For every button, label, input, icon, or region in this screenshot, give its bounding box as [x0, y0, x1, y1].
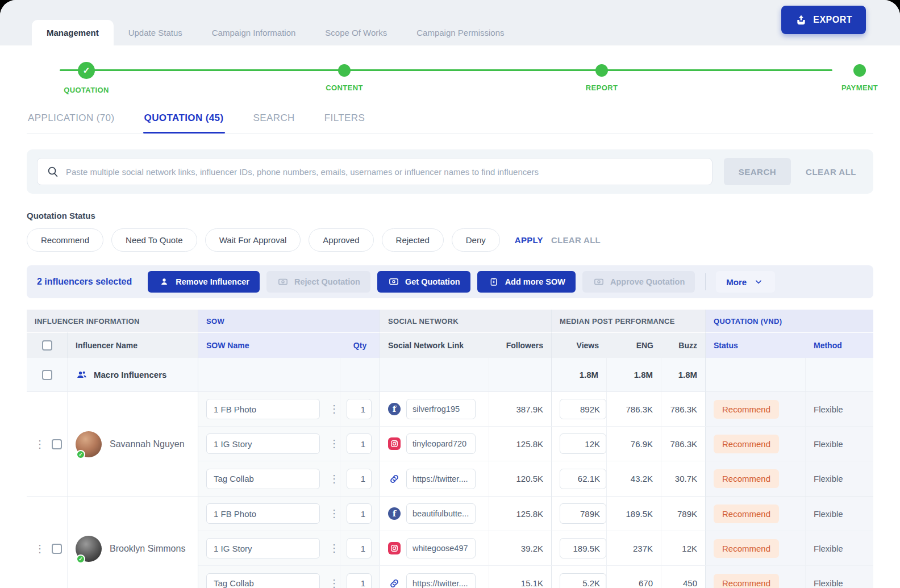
sow-name-input[interactable]: [206, 433, 320, 454]
sow-row: ⋮ f 125.8K 189.5K 789K Recommend Flexibl…: [198, 497, 873, 531]
sow-name-input[interactable]: [206, 538, 320, 558]
qty-input[interactable]: [347, 469, 372, 489]
qty-input[interactable]: [347, 433, 372, 454]
qty-input[interactable]: [347, 503, 372, 524]
tab-campaign-information[interactable]: Campaign Information: [197, 20, 311, 45]
col-eng[interactable]: ENG: [607, 332, 661, 358]
step-label: PAYMENT: [841, 84, 878, 92]
instagram-icon: [388, 542, 401, 554]
col-influencer-name[interactable]: Influencer Name: [68, 332, 198, 358]
views-input[interactable]: [560, 503, 606, 524]
chip-rejected[interactable]: Rejected: [382, 228, 444, 252]
remove-influencer-button[interactable]: Remove Influencer: [148, 271, 260, 293]
group-quotation-vnd: QUOTATION (VND): [706, 310, 873, 332]
sow-kebab-icon[interactable]: ⋮: [328, 541, 340, 556]
sow-row: ⋮ f 387.9K 786.3K 786.3K Recommend Flexi…: [198, 392, 873, 427]
sow-kebab-icon[interactable]: ⋮: [328, 506, 340, 521]
clear-all-button[interactable]: CLEAR ALL: [806, 167, 856, 177]
views-input[interactable]: [560, 573, 606, 588]
link-icon: [388, 577, 401, 588]
chip-deny[interactable]: Deny: [452, 228, 500, 252]
buzz-value: 786.3K: [661, 427, 706, 461]
chip-recommend[interactable]: Recommend: [27, 228, 103, 252]
social-link-input[interactable]: [406, 503, 476, 524]
col-sow-name[interactable]: SOW Name: [198, 332, 340, 358]
sow-kebab-icon[interactable]: ⋮: [328, 472, 340, 486]
row-kebab-icon[interactable]: ⋮: [34, 541, 46, 556]
sow-kebab-icon[interactable]: ⋮: [328, 576, 340, 588]
tab-filters[interactable]: FILTERS: [323, 107, 366, 133]
social-link-input[interactable]: [406, 573, 476, 588]
facebook-icon: f: [388, 507, 401, 520]
selected-count-text: 2 influencers selected: [37, 277, 132, 287]
method-value: Flexible: [806, 392, 873, 426]
row-checkbox[interactable]: [52, 544, 62, 554]
row-kebab-icon[interactable]: ⋮: [34, 437, 46, 452]
sow-kebab-icon[interactable]: ⋮: [328, 436, 340, 451]
sow-name-input[interactable]: [206, 399, 320, 419]
social-link-input[interactable]: [406, 399, 476, 419]
influencer-name: Brooklyn Simmons: [110, 544, 185, 554]
views-input[interactable]: [560, 399, 606, 419]
search-input[interactable]: [66, 167, 703, 177]
tab-scope-of-works[interactable]: Scope Of Works: [310, 20, 402, 45]
export-button[interactable]: EXPORT: [781, 6, 866, 34]
apply-button[interactable]: APPLY: [515, 235, 543, 245]
bulk-action-bar: 2 influencers selected Remove Influencer…: [27, 265, 873, 298]
social-link-input[interactable]: [406, 469, 476, 489]
filters-clear-all-button[interactable]: CLEAR ALL: [551, 235, 601, 245]
tab-update-status[interactable]: Update Status: [114, 20, 197, 45]
stepper-line: [60, 69, 832, 71]
more-button[interactable]: More: [716, 271, 775, 293]
group-buzz: 1.8M: [661, 358, 706, 391]
facebook-icon: f: [388, 403, 401, 415]
step-dot-icon: [853, 64, 866, 77]
chip-approved[interactable]: Approved: [309, 228, 373, 252]
views-input[interactable]: [560, 469, 606, 489]
select-all-checkbox[interactable]: [42, 340, 52, 351]
step-label: CONTENT: [326, 84, 363, 92]
col-social-network-link[interactable]: Social Network Link: [380, 332, 489, 358]
social-link-input[interactable]: [406, 538, 476, 558]
get-quotation-button[interactable]: Get Quotation: [377, 271, 470, 293]
chip-need-to-quote[interactable]: Need To Quote: [111, 228, 197, 252]
social-link-input[interactable]: [406, 433, 476, 454]
views-input[interactable]: [560, 433, 606, 454]
col-buzz[interactable]: Buzz: [661, 332, 706, 358]
group-checkbox[interactable]: [42, 370, 52, 380]
step-label: QUOTATION: [64, 86, 109, 94]
add-more-sow-label: Add more SOW: [505, 277, 565, 286]
tab-search[interactable]: SEARCH: [252, 107, 296, 133]
col-method[interactable]: Method: [806, 332, 873, 358]
tab-application[interactable]: APPLICATION (70): [27, 107, 116, 133]
verified-badge-icon: ✓: [76, 450, 85, 459]
add-more-sow-button[interactable]: Add more SOW: [477, 271, 576, 293]
group-label: Macro Influencers: [94, 370, 166, 380]
views-input[interactable]: [560, 538, 606, 558]
tab-management[interactable]: Management: [32, 20, 114, 45]
sow-name-input[interactable]: [206, 469, 320, 489]
sow-name-input[interactable]: [206, 573, 320, 588]
col-qty[interactable]: Qty: [340, 332, 380, 358]
progress-stepper: ✓ QUOTATION CONTENT REPORT PAYMENT: [27, 55, 873, 99]
qty-input[interactable]: [347, 538, 372, 558]
row-checkbox[interactable]: [52, 439, 62, 449]
tab-quotation[interactable]: QUOTATION (45): [143, 107, 225, 133]
col-views[interactable]: Views: [552, 332, 607, 358]
search-button[interactable]: SEARCH: [724, 158, 791, 185]
qty-input[interactable]: [347, 573, 372, 588]
col-followers[interactable]: Followers: [489, 332, 552, 358]
chip-wait-for-approval[interactable]: Wait For Approval: [205, 228, 301, 252]
reject-quotation-label: Reject Quotation: [294, 277, 360, 286]
macro-influencers-row: Macro Influencers 1.8M 1.8M 1.8M: [27, 358, 873, 392]
reject-quotation-button[interactable]: Reject Quotation: [266, 271, 370, 293]
tab-campaign-permissions[interactable]: Campaign Permissions: [402, 20, 519, 45]
method-value: Flexible: [806, 427, 873, 461]
qty-input[interactable]: [347, 399, 372, 419]
sow-name-input[interactable]: [206, 503, 320, 524]
step-content: CONTENT: [305, 55, 384, 92]
col-status[interactable]: Status: [706, 332, 806, 358]
approve-quotation-button[interactable]: Approve Quotation: [582, 271, 695, 293]
step-quotation: ✓ QUOTATION: [47, 55, 126, 94]
sow-kebab-icon[interactable]: ⋮: [328, 402, 340, 416]
